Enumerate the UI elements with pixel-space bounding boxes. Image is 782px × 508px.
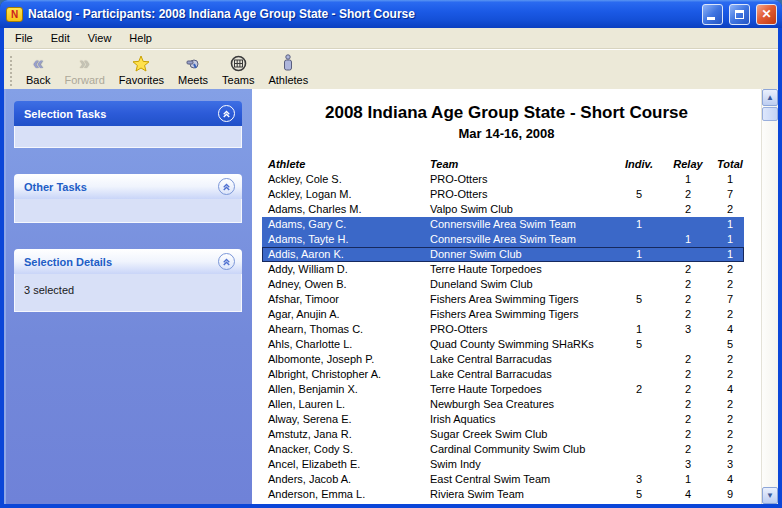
meets-button[interactable]: Meets xyxy=(173,52,213,88)
indiv-count: 5 xyxy=(618,187,660,202)
table-row[interactable]: Allen, Lauren L.Newburgh Sea Creatures22 xyxy=(262,397,744,412)
menu-file[interactable]: File xyxy=(6,29,42,47)
back-button[interactable]: « Back xyxy=(21,52,55,88)
participants-table: Athlete Team Indiv. Relay Total Ackley, … xyxy=(262,157,744,502)
table-row[interactable]: Ahearn, Thomas C.PRO-Otters134 xyxy=(262,322,744,337)
total-count: 2 xyxy=(716,262,744,277)
table-row[interactable]: Anderson, Emma L.Riviera Swim Team549 xyxy=(262,487,744,502)
team-name: PRO-Otters xyxy=(430,172,618,187)
total-count: 4 xyxy=(716,472,744,487)
table-row[interactable]: Afshar, TimoorFishers Area Swimming Tige… xyxy=(262,292,744,307)
menu-view[interactable]: View xyxy=(79,29,121,47)
collapse-chevron-icon[interactable] xyxy=(218,178,235,195)
team-name: Terre Haute Torpedoes xyxy=(430,382,618,397)
athlete-name: Adams, Charles M. xyxy=(268,202,430,217)
content-area: Selection Tasks Other Tasks xyxy=(4,89,778,504)
indiv-count: 5 xyxy=(618,292,660,307)
team-name: Fishers Area Swimming Tigers xyxy=(430,292,618,307)
team-name: Lake Central Barracudas xyxy=(430,367,618,382)
table-row[interactable]: Ancel, Elizabeth E.Swim Indy33 xyxy=(262,457,744,472)
menu-edit[interactable]: Edit xyxy=(42,29,79,47)
indiv-count: 1 xyxy=(618,322,660,337)
scrollbar-thumb[interactable] xyxy=(762,107,778,121)
total-count: 1 xyxy=(716,172,744,187)
selection-tasks-panel: Selection Tasks xyxy=(14,101,242,148)
toolbar-grip-handle[interactable] xyxy=(8,54,13,86)
indiv-count: 5 xyxy=(618,337,660,352)
athletes-person-icon xyxy=(282,54,294,73)
maximize-icon xyxy=(735,10,744,19)
total-count: 3 xyxy=(716,457,744,472)
relay-count: 2 xyxy=(660,262,716,277)
athlete-name: Amstutz, Jana R. xyxy=(268,427,430,442)
total-count: 1 xyxy=(716,217,744,232)
relay-count: 2 xyxy=(660,352,716,367)
table-row[interactable]: Allen, Benjamin X.Terre Haute Torpedoes2… xyxy=(262,382,744,397)
other-tasks-body xyxy=(14,199,242,223)
athletes-button[interactable]: Athletes xyxy=(263,52,313,88)
table-row[interactable]: Adams, Charles M.Valpo Swim Club22 xyxy=(262,202,744,217)
selection-tasks-header[interactable]: Selection Tasks xyxy=(14,101,242,126)
table-row[interactable]: Ackley, Logan M.PRO-Otters527 xyxy=(262,187,744,202)
athlete-name: Addy, William D. xyxy=(268,262,430,277)
table-row[interactable]: Albomonte, Joseph P.Lake Central Barracu… xyxy=(262,352,744,367)
favorites-button[interactable]: Favorites xyxy=(114,52,169,88)
team-name: Irish Aquatics xyxy=(430,412,618,427)
titlebar: N Natalog - Participants: 2008 Indiana A… xyxy=(0,0,782,28)
team-name: Donner Swim Club xyxy=(430,247,618,262)
table-row[interactable]: Amstutz, Jana R.Sugar Creek Swim Club22 xyxy=(262,427,744,442)
athlete-name: Adams, Tayte H. xyxy=(268,232,430,247)
relay-count: 2 xyxy=(660,382,716,397)
table-row[interactable]: Adams, Gary C.Connersville Area Swim Tea… xyxy=(262,217,744,232)
indiv-count xyxy=(618,397,660,412)
athlete-name: Allen, Benjamin X. xyxy=(268,382,430,397)
relay-count xyxy=(660,247,716,262)
table-row[interactable]: Addis, Aaron K.Donner Swim Club11 xyxy=(262,247,744,262)
forward-button[interactable]: » Forward xyxy=(59,52,109,88)
selection-details-title: Selection Details xyxy=(24,256,112,268)
team-name: PRO-Otters xyxy=(430,187,618,202)
table-row[interactable]: Addy, William D.Terre Haute Torpedoes22 xyxy=(262,262,744,277)
minimize-icon xyxy=(707,17,715,20)
table-row[interactable]: Anders, Jacob A.East Central Swim Team31… xyxy=(262,472,744,487)
scroll-up-button[interactable]: ▲ xyxy=(762,89,778,106)
table-row[interactable]: Adney, Owen B.Duneland Swim Club22 xyxy=(262,277,744,292)
team-name: Riviera Swim Team xyxy=(430,487,618,502)
collapse-chevron-icon[interactable] xyxy=(218,253,235,270)
close-button[interactable]: ✕ xyxy=(756,4,777,25)
indiv-count xyxy=(618,232,660,247)
table-row[interactable]: Adams, Tayte H.Connersville Area Swim Te… xyxy=(262,232,744,247)
collapse-chevron-icon[interactable] xyxy=(218,105,235,122)
vertical-scrollbar[interactable]: ▲ ▼ xyxy=(761,89,778,504)
total-count: 2 xyxy=(716,307,744,322)
favorites-star-icon xyxy=(132,54,150,73)
scrollbar-track[interactable] xyxy=(762,121,778,487)
selection-details-header[interactable]: Selection Details xyxy=(14,249,242,274)
indiv-count: 2 xyxy=(618,382,660,397)
table-row[interactable]: Albright, Christopher A.Lake Central Bar… xyxy=(262,367,744,382)
app-icon: N xyxy=(6,7,23,22)
athlete-name: Ahls, Charlotte L. xyxy=(268,337,430,352)
maximize-button[interactable] xyxy=(729,4,750,25)
relay-count: 2 xyxy=(660,442,716,457)
table-row[interactable]: Ackley, Cole S.PRO-Otters11 xyxy=(262,172,744,187)
teams-button[interactable]: Teams xyxy=(217,52,259,88)
selection-details-panel: Selection Details 3 selected xyxy=(14,249,242,312)
scroll-down-button[interactable]: ▼ xyxy=(762,487,778,504)
close-icon: ✕ xyxy=(761,8,771,20)
back-icon: « xyxy=(33,54,44,73)
relay-count: 2 xyxy=(660,397,716,412)
table-row[interactable]: Anacker, Cody S.Cardinal Community Swim … xyxy=(262,442,744,457)
athlete-name: Ackley, Cole S. xyxy=(268,172,430,187)
back-button-label: Back xyxy=(26,74,50,86)
team-name: Cardinal Community Swim Club xyxy=(430,442,618,457)
table-row[interactable]: Alway, Serena E.Irish Aquatics22 xyxy=(262,412,744,427)
minimize-button[interactable] xyxy=(702,4,723,25)
total-count: 4 xyxy=(716,382,744,397)
table-row[interactable]: Ahls, Charlotte L.Quad County Swimming S… xyxy=(262,337,744,352)
team-name: East Central Swim Team xyxy=(430,472,618,487)
menu-help[interactable]: Help xyxy=(120,29,161,47)
other-tasks-header[interactable]: Other Tasks xyxy=(14,174,242,199)
team-name: Valpo Swim Club xyxy=(430,202,618,217)
table-row[interactable]: Agar, Anujin A.Fishers Area Swimming Tig… xyxy=(262,307,744,322)
